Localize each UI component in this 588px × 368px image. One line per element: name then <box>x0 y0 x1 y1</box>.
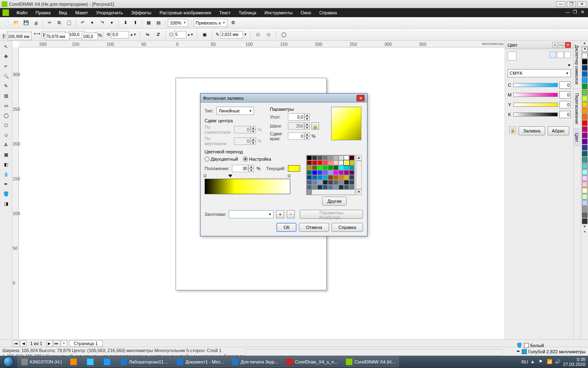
palette-swatch[interactable] <box>582 151 588 157</box>
grid-swatch[interactable] <box>317 175 323 180</box>
other-colors-button[interactable]: Другие <box>322 197 347 206</box>
grid-swatch[interactable] <box>312 175 317 180</box>
current-color-swatch[interactable] <box>288 165 300 172</box>
menu-упорядочить[interactable]: Упорядочить <box>92 9 127 16</box>
vtab-1[interactable]: Перетаскивание <box>574 89 580 129</box>
palette-flyout-icon[interactable]: ◂ <box>581 229 588 234</box>
channel-K-slider[interactable] <box>513 112 558 117</box>
grid-swatch[interactable] <box>323 165 328 170</box>
grid-swatch[interactable] <box>339 155 344 160</box>
grid-swatch[interactable] <box>328 155 333 160</box>
palette-swatch[interactable] <box>582 194 588 200</box>
grid-swatch[interactable] <box>328 170 333 175</box>
grid-swatch[interactable] <box>339 160 344 165</box>
type-select[interactable]: Линейные▼ <box>216 107 254 115</box>
options-icon[interactable]: ⚙ <box>229 19 237 27</box>
start-button[interactable] <box>0 356 17 368</box>
cut-icon[interactable]: ✂ <box>45 19 53 27</box>
shape-tool-icon[interactable]: ✥ <box>1 52 11 61</box>
grid-swatch[interactable] <box>333 160 339 165</box>
gradient-end-marker[interactable] <box>288 175 290 177</box>
palette-swatch[interactable] <box>582 83 588 89</box>
taskbar-item[interactable]: Для печати 3кур... <box>228 357 282 367</box>
ruler-horizontal[interactable]: 20015010050 050100150 200250300350 милли… <box>19 41 505 47</box>
grid-swatch[interactable] <box>307 170 312 175</box>
grid-swatch[interactable] <box>344 155 349 160</box>
table-tool-icon[interactable]: ▦ <box>1 150 11 159</box>
palette-view-icon[interactable] <box>564 52 571 58</box>
menu-файл[interactable]: Файл <box>12 9 31 16</box>
color-model-select[interactable]: CMYK▼ <box>508 69 571 77</box>
menu-инструменты[interactable]: Инструменты <box>261 9 297 16</box>
scale-y-input[interactable] <box>82 33 98 40</box>
tray-network-icon[interactable]: 📶 <box>547 359 552 365</box>
interactive-fill-icon[interactable]: ◨ <box>1 199 11 208</box>
taskbar-item[interactable]: CorelDRAW X4 (Н... <box>342 357 399 367</box>
edge-input[interactable] <box>288 132 304 140</box>
palette-swatch[interactable] <box>582 53 588 58</box>
fill-button[interactable]: Заливка <box>519 126 545 135</box>
taskbar-item[interactable]: CorelDraw_X4_s_n... <box>283 357 341 367</box>
steps-lock-icon[interactable]: 🔒 <box>312 122 319 130</box>
docker-close-icon[interactable]: ✕ <box>565 42 571 48</box>
palette-swatch[interactable] <box>582 90 588 95</box>
palette-down-icon[interactable]: ▼ <box>581 224 588 229</box>
grid-swatch[interactable] <box>339 175 344 180</box>
grid-swatch[interactable] <box>344 185 349 190</box>
palette-swatch[interactable] <box>582 120 588 126</box>
palette-swatch[interactable] <box>582 145 588 150</box>
slider-view-icon[interactable] <box>550 52 556 58</box>
to-back-icon[interactable]: ⮋ <box>265 31 273 39</box>
grid-swatch[interactable] <box>333 185 339 190</box>
two-color-radio[interactable]: Двухцветный <box>205 157 238 162</box>
grid-swatch[interactable] <box>312 170 317 175</box>
grid-swatch[interactable] <box>349 170 354 175</box>
channel-M-slider[interactable] <box>513 93 558 97</box>
gradient-start-marker[interactable] <box>204 175 206 177</box>
menu-растровые изображения[interactable]: Растровые изображения <box>156 9 215 16</box>
viewer-view-icon[interactable] <box>557 52 564 58</box>
channel-C-slider[interactable] <box>513 83 558 87</box>
undo-drop-icon[interactable]: ▾ <box>88 19 96 27</box>
palette-swatch[interactable] <box>582 200 588 206</box>
menu-окно[interactable]: Окно <box>296 9 315 16</box>
docker-collapse-icon[interactable]: » <box>552 42 558 48</box>
grid-swatch[interactable] <box>333 155 339 160</box>
grid-swatch[interactable] <box>333 165 339 170</box>
grid-swatch[interactable] <box>307 165 312 170</box>
grid-swatch[interactable] <box>323 155 328 160</box>
menu-таблица[interactable]: Таблица <box>235 9 261 16</box>
presets-select[interactable]: ▼ <box>229 210 274 218</box>
interactive-tool-icon[interactable]: ◧ <box>1 160 11 169</box>
snap-combo[interactable]: Привязать к▼ <box>194 19 227 27</box>
grid-swatch[interactable] <box>312 165 317 170</box>
redo-drop-icon[interactable]: ▾ <box>108 19 116 27</box>
import-icon[interactable]: ⬇ <box>121 19 129 27</box>
channel-K-value[interactable]: 0 <box>559 111 571 118</box>
docker-menu-icon[interactable]: ▸ <box>568 62 571 67</box>
grid-swatch[interactable] <box>307 160 312 165</box>
grid-swatch[interactable] <box>349 160 354 165</box>
fill-tool-icon[interactable]: 🪣 <box>1 189 11 198</box>
current-color-swatch[interactable] <box>508 52 517 61</box>
channel-M-value[interactable]: 0 <box>559 91 571 99</box>
grid-swatch[interactable] <box>328 165 333 170</box>
vtab-0[interactable]: Диспетчер символов <box>574 41 580 89</box>
convert-icon[interactable]: ◯ <box>280 31 288 39</box>
close-button[interactable]: ✕ <box>577 1 586 7</box>
outline-swatch[interactable] <box>522 349 527 354</box>
grid-swatch[interactable] <box>312 180 317 185</box>
grid-swatch[interactable] <box>317 180 323 185</box>
basic-shapes-icon[interactable]: ◇ <box>1 130 11 139</box>
no-color-swatch[interactable]: ✕ <box>582 46 588 52</box>
outline-tool-icon[interactable]: ✒ <box>1 180 11 188</box>
grid-swatch[interactable] <box>339 185 344 190</box>
redo-icon[interactable]: ↷ <box>98 19 106 27</box>
maximize-button[interactable]: ❐ <box>567 1 576 7</box>
grid-swatch[interactable] <box>317 170 323 175</box>
export-icon[interactable]: ⬆ <box>131 19 139 27</box>
grid-swatch[interactable] <box>328 160 333 165</box>
paste-icon[interactable]: 📋 <box>65 19 73 27</box>
angle-input[interactable] <box>288 113 304 121</box>
pos-y-input[interactable] <box>7 33 31 40</box>
